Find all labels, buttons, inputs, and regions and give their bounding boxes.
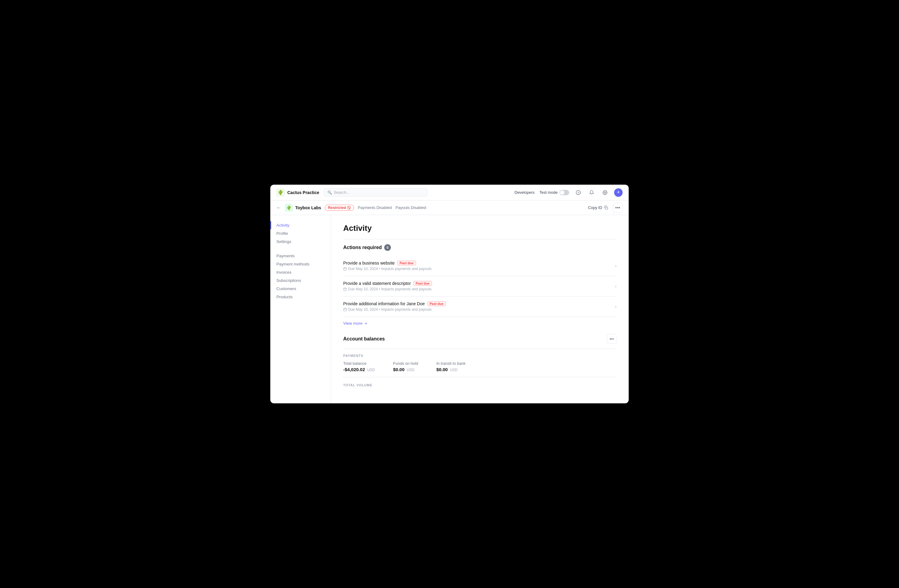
payouts-status: Payouts Disabled bbox=[395, 205, 426, 210]
sidebar-item-payment-methods[interactable]: Payment methods bbox=[270, 260, 331, 268]
chevron-right-icon-1: › bbox=[615, 263, 616, 268]
app-window: 🌵 Cactus Practice 🔍 Search... Developers… bbox=[270, 185, 629, 403]
total-volume-label: TOTAL VOLUME bbox=[343, 383, 616, 387]
balances-title: Account balances bbox=[343, 336, 385, 342]
svg-rect-10 bbox=[344, 288, 346, 291]
balance-currency-hold: USD bbox=[407, 368, 414, 372]
balance-item-total: Total balance -$4,020.02 USD bbox=[343, 361, 375, 372]
bell-icon[interactable] bbox=[587, 188, 596, 197]
action-item-2-meta: Due May 10, 2024 • Impacts payments and … bbox=[343, 287, 615, 291]
balance-value-transit: $0.00 USD bbox=[436, 367, 466, 372]
search-placeholder: Search... bbox=[334, 190, 349, 195]
payments-sub-label: PAYMENTS bbox=[343, 354, 616, 358]
action-item-1-meta: Due May 10, 2024 • Impacts payments and … bbox=[343, 267, 615, 271]
copy-id-label: Copy ID bbox=[588, 205, 602, 210]
search-bar[interactable]: 🔍 Search... bbox=[324, 188, 427, 196]
brand-icon: 🌵 bbox=[276, 188, 285, 197]
svg-point-2 bbox=[604, 192, 606, 193]
chevron-right-icon-3: › bbox=[615, 304, 616, 309]
sub-nav: ← 🌵 Toybox Labs Restricted Payments Disa… bbox=[270, 201, 629, 215]
balance-label-hold: Funds on hold bbox=[393, 361, 418, 366]
test-mode-label: Test mode bbox=[539, 190, 558, 195]
content-area: Activity Actions required 5 Provide a bu… bbox=[331, 215, 629, 403]
sidebar-item-settings[interactable]: Settings bbox=[270, 238, 331, 246]
past-due-badge-1: Past due bbox=[397, 261, 416, 265]
more-options-icon: ••• bbox=[615, 205, 621, 210]
test-mode: Test mode bbox=[539, 190, 569, 195]
svg-line-4 bbox=[348, 207, 350, 209]
svg-rect-6 bbox=[344, 268, 346, 270]
sidebar-item-profile[interactable]: Profile bbox=[270, 229, 331, 238]
sidebar-secondary-section: Payments Payment methods Invoices Subscr… bbox=[270, 252, 331, 301]
sub-brand-icon: 🌵 bbox=[285, 204, 293, 212]
brand[interactable]: 🌵 Cactus Practice bbox=[276, 188, 319, 197]
action-item-3[interactable]: Provide additional information for Jane … bbox=[343, 296, 616, 317]
restricted-badge: Restricted bbox=[325, 205, 354, 211]
past-due-badge-2: Past due bbox=[413, 281, 432, 286]
search-icon: 🔍 bbox=[327, 190, 332, 195]
sidebar-item-subscriptions[interactable]: Subscriptions bbox=[270, 276, 331, 285]
copy-id-button[interactable]: Copy ID bbox=[585, 204, 610, 211]
payments-status: Payments Disabled bbox=[358, 205, 392, 210]
balance-value-total: -$4,020.02 USD bbox=[343, 367, 375, 372]
volume-divider bbox=[343, 377, 616, 377]
nav-right: Developers Test mode ? bbox=[514, 188, 623, 197]
action-item-3-content: Provide additional information for Jane … bbox=[343, 301, 615, 312]
test-mode-toggle[interactable] bbox=[559, 190, 569, 195]
gear-icon[interactable] bbox=[601, 188, 609, 197]
balance-label-total: Total balance bbox=[343, 361, 375, 366]
balance-item-transit: In transit to bank $0.00 USD bbox=[436, 361, 466, 372]
action-item-2-title: Provide a valid statement descriptor Pas… bbox=[343, 281, 615, 286]
more-options-button[interactable]: ••• bbox=[613, 203, 623, 213]
back-button[interactable]: ← bbox=[276, 205, 281, 210]
balance-value-hold: $0.00 USD bbox=[393, 367, 418, 372]
view-more-button[interactable]: View more bbox=[343, 321, 616, 326]
action-item-3-meta: Due May 10, 2024 • Impacts payments and … bbox=[343, 307, 615, 312]
sub-brand-name: Toybox Labs bbox=[295, 205, 321, 210]
balance-currency-total: USD bbox=[367, 368, 375, 372]
svg-text:?: ? bbox=[578, 191, 579, 194]
balances-more-button[interactable]: ••• bbox=[607, 334, 616, 344]
chevron-right-icon-2: › bbox=[615, 284, 616, 289]
action-item-1-content: Provide a business website Past due Due … bbox=[343, 261, 615, 271]
balance-label-transit: In transit to bank bbox=[436, 361, 466, 366]
actions-count-badge: 5 bbox=[384, 244, 391, 251]
sub-nav-right: Copy ID ••• bbox=[585, 203, 623, 213]
sidebar-item-invoices[interactable]: Invoices bbox=[270, 268, 331, 276]
sidebar-item-payments[interactable]: Payments bbox=[270, 252, 331, 260]
action-item-2-content: Provide a valid statement descriptor Pas… bbox=[343, 281, 615, 291]
actions-section-header: Actions required 5 bbox=[343, 244, 616, 251]
restricted-label: Restricted bbox=[328, 205, 346, 210]
title-divider bbox=[343, 239, 616, 239]
sidebar-item-products[interactable]: Products bbox=[270, 293, 331, 301]
past-due-badge-3: Past due bbox=[427, 301, 446, 306]
sidebar-item-customers[interactable]: Customers bbox=[270, 285, 331, 293]
action-item-1[interactable]: Provide a business website Past due Due … bbox=[343, 256, 616, 276]
help-icon[interactable]: ? bbox=[574, 188, 582, 197]
add-button[interactable]: + bbox=[614, 188, 623, 197]
main-layout: Activity Profile Settings Payments Payme… bbox=[270, 215, 629, 403]
page-title: Activity bbox=[343, 224, 616, 233]
balance-row: Total balance -$4,020.02 USD Funds on ho… bbox=[343, 361, 616, 372]
action-item-2[interactable]: Provide a valid statement descriptor Pas… bbox=[343, 276, 616, 296]
sidebar-item-activity[interactable]: Activity bbox=[270, 221, 331, 229]
balances-header: Account balances ••• bbox=[343, 334, 616, 344]
top-nav: 🌵 Cactus Practice 🔍 Search... Developers… bbox=[270, 185, 629, 201]
svg-rect-5 bbox=[606, 207, 608, 209]
actions-title: Actions required bbox=[343, 245, 382, 250]
sidebar: Activity Profile Settings Payments Payme… bbox=[270, 215, 331, 403]
action-item-1-title: Provide a business website Past due bbox=[343, 261, 615, 265]
developers-link[interactable]: Developers bbox=[514, 190, 534, 195]
balance-item-hold: Funds on hold $0.00 USD bbox=[393, 361, 418, 372]
svg-rect-14 bbox=[344, 308, 346, 311]
sub-brand: 🌵 Toybox Labs bbox=[285, 204, 321, 212]
brand-name: Cactus Practice bbox=[287, 190, 319, 195]
sidebar-primary-section: Activity Profile Settings bbox=[270, 221, 331, 246]
balance-currency-transit: USD bbox=[450, 368, 457, 372]
action-item-3-title: Provide additional information for Jane … bbox=[343, 301, 615, 306]
balances-divider bbox=[343, 349, 616, 349]
